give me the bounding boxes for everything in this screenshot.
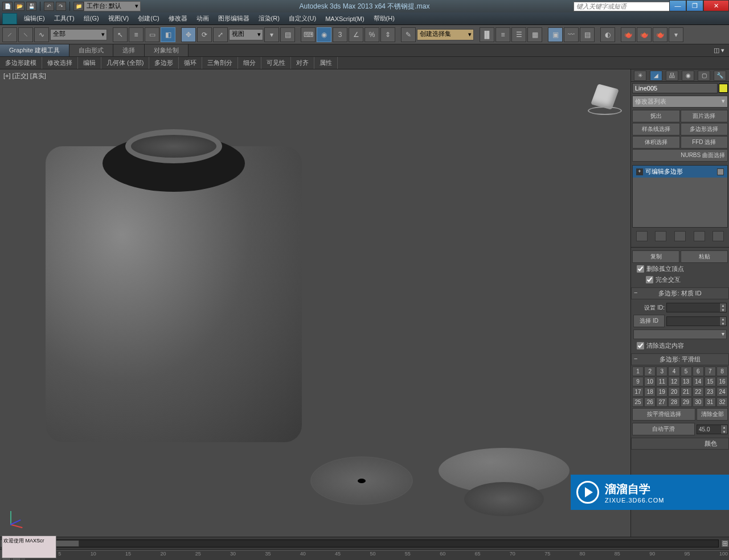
track-ruler[interactable]: 0510152025303540455055606570758085909510… (25, 551, 729, 561)
color-rollout[interactable]: 颜色 (631, 438, 729, 450)
schematic-icon[interactable]: ▤ (580, 27, 595, 42)
maxscript-listener[interactable]: 欢迎使用 MAXScr (2, 536, 56, 558)
menu-create[interactable]: 创建(C) (133, 13, 163, 24)
unique-icon[interactable] (674, 231, 686, 241)
viewport[interactable]: [+] [正交] [真实] (0, 69, 631, 537)
menu-anim[interactable]: 动画 (192, 13, 214, 24)
keyboard-icon[interactable]: ⌨ (301, 27, 316, 42)
sg-28[interactable]: 28 (668, 397, 679, 407)
sub-align[interactable]: 对齐 (291, 57, 314, 69)
sg-19[interactable]: 19 (656, 387, 667, 397)
app-logo[interactable] (2, 13, 17, 24)
named-sel-set[interactable]: 创建选择集 (417, 29, 474, 40)
ribbon-tab-freeform[interactable]: 自由形式 (69, 44, 113, 56)
curve-editor-icon[interactable]: 〰 (564, 27, 579, 42)
clear-all-btn[interactable]: 清除全部 (697, 408, 728, 421)
utilities-tab-icon[interactable]: 🔧 (714, 71, 726, 81)
spinner-snap-icon[interactable]: ⇕ (380, 27, 395, 42)
sg-23[interactable]: 23 (705, 387, 716, 397)
menu-render[interactable]: 渲染(R) (254, 13, 284, 24)
manip-icon[interactable]: ▤ (280, 27, 295, 42)
snap-2d-icon[interactable]: ◉ (317, 27, 331, 42)
maximize-btn[interactable]: ❐ (686, 0, 703, 11)
undo-icon[interactable]: ↶ (44, 2, 54, 11)
sub-polymodel[interactable]: 多边形建模 (0, 57, 42, 69)
sel-filter[interactable]: 全部 (50, 29, 107, 40)
copy-btn[interactable]: 复制 (632, 250, 679, 263)
save-icon[interactable]: 💾 (26, 2, 36, 11)
sub-subdiv[interactable]: 细分 (238, 57, 261, 69)
sub-prop[interactable]: 属性 (314, 57, 338, 69)
sub-vis[interactable]: 可见性 (261, 57, 291, 69)
snap-percent-icon[interactable]: % (364, 27, 379, 42)
ribbon-tab-select[interactable]: 选择 (113, 44, 145, 56)
menu-tools[interactable]: 工具(T) (50, 13, 79, 24)
search-input[interactable] (574, 2, 670, 11)
time-expand-icon[interactable]: ⊞ (721, 540, 729, 547)
render-icon[interactable]: 🫖 (653, 27, 667, 42)
ribbon-toggle-icon[interactable]: ▣ (548, 27, 563, 42)
named-sel-edit-icon[interactable]: ✎ (401, 27, 416, 42)
ref-coord[interactable]: 视图 (229, 29, 263, 40)
remove-mod-icon[interactable] (694, 231, 705, 241)
sg-15[interactable]: 15 (705, 377, 716, 386)
snap-angle-icon[interactable]: ∠ (349, 27, 363, 42)
material-editor-icon[interactable]: ◐ (600, 27, 615, 42)
set-id-spinner[interactable]: ▲▼ (666, 303, 727, 312)
sg-9[interactable]: 9 (632, 377, 644, 386)
select-rect-icon[interactable]: ▭ (145, 27, 159, 42)
sub-poly[interactable]: 多边形 (149, 57, 179, 69)
modify-tab-icon[interactable]: ◢ (650, 71, 662, 81)
sg-20[interactable]: 20 (668, 387, 679, 397)
modifier-list-dropdown[interactable]: 修改器列表 (632, 96, 728, 108)
rotate-icon[interactable]: ⟳ (197, 27, 212, 42)
snap-3-icon[interactable]: 3 (333, 27, 347, 42)
pin-stack-icon[interactable] (636, 231, 648, 241)
project-icon[interactable]: 📁 (73, 2, 84, 11)
sg-4[interactable]: 4 (668, 367, 679, 376)
link-icon[interactable]: ⟋ (2, 27, 17, 42)
create-tab-icon[interactable]: ✳ (634, 71, 646, 81)
minimize-btn[interactable]: — (669, 0, 686, 11)
select-name-icon[interactable]: ≡ (129, 27, 144, 42)
sel-id-spinner[interactable]: ▲▼ (666, 316, 727, 326)
sub-geom[interactable]: 几何体 (全部) (101, 57, 149, 69)
viewport-label[interactable]: [+] [正交] [真实] (3, 72, 46, 80)
sel-extrude[interactable]: 抚出 (632, 110, 680, 122)
layers-icon[interactable]: ☰ (511, 27, 526, 42)
mod-toggle-icon[interactable] (717, 168, 724, 175)
menu-maxscript[interactable]: MAXScript(M) (321, 14, 368, 23)
sg-11[interactable]: 11 (656, 377, 667, 386)
move-icon[interactable]: ✥ (181, 27, 196, 42)
sg-5[interactable]: 5 (681, 367, 692, 376)
sel-spline[interactable]: 样条线选择 (632, 123, 680, 135)
menu-help[interactable]: 帮助(H) (369, 13, 399, 24)
sg-3[interactable]: 3 (656, 367, 667, 376)
sub-loop[interactable]: 循环 (179, 57, 202, 69)
color-swatch[interactable] (719, 84, 728, 93)
sel-nurbs[interactable]: NURBS 曲面选择 (632, 149, 728, 162)
sg-10[interactable]: 10 (644, 377, 656, 386)
poly-id-rollout[interactable]: −多边形: 材质 ID (631, 287, 729, 299)
sg-17[interactable]: 17 (632, 387, 644, 397)
menu-graph[interactable]: 图形编辑器 (214, 13, 254, 24)
menu-modifier[interactable]: 修改器 (164, 13, 192, 24)
sub-tri[interactable]: 三角剖分 (202, 57, 238, 69)
pivot-icon[interactable]: ▾ (264, 27, 279, 42)
sg-16[interactable]: 16 (716, 377, 728, 386)
sg-25[interactable]: 25 (632, 397, 644, 407)
sg-22[interactable]: 22 (693, 387, 704, 397)
sg-31[interactable]: 31 (705, 397, 716, 407)
sel-id-btn[interactable]: 选择 ID (633, 315, 665, 327)
redo-icon[interactable]: ↷ (56, 2, 66, 11)
sub-edit[interactable]: 编辑 (78, 57, 101, 69)
select-icon[interactable]: ↖ (113, 27, 128, 42)
select-window-icon[interactable]: ◧ (161, 27, 175, 42)
open-icon[interactable]: 📂 (14, 2, 24, 11)
ribbon-tab-paint[interactable]: 对象绘制 (145, 44, 189, 56)
motion-tab-icon[interactable]: ◉ (682, 71, 694, 81)
render-preset-icon[interactable]: ▾ (669, 27, 683, 42)
ribbon-collapse-icon[interactable]: ◫ ▾ (709, 45, 729, 56)
sel-face[interactable]: 面片选择 (681, 110, 728, 122)
menu-edit[interactable]: 编辑(E) (19, 13, 50, 24)
